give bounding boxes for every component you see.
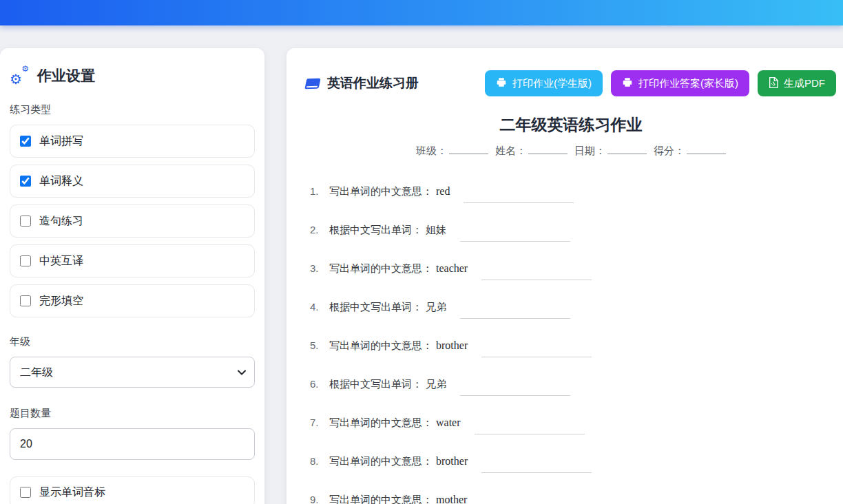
grade-select-wrap: 二年级	[10, 357, 255, 388]
pdf-file-icon	[769, 77, 778, 90]
answer-blank-line	[460, 305, 570, 319]
question-row: 1.写出单词的中文意思：red	[310, 184, 836, 199]
question-number: 3.	[310, 261, 329, 276]
info-field: 日期：	[574, 145, 647, 156]
worksheet-info-row: 班级：姓名：日期：得分：	[306, 145, 836, 158]
question-answer-word: brother	[436, 339, 468, 351]
question-answer-word: 姐妹	[426, 224, 446, 235]
question-row: 4.根据中文写出单词：兄弟	[310, 300, 836, 315]
question-count-input[interactable]	[10, 428, 255, 460]
info-field-label: 得分：	[654, 145, 685, 156]
generate-pdf-button[interactable]: 生成PDF	[758, 70, 836, 96]
book-icon	[304, 78, 320, 89]
question-row: 9.写出单词的中文意思：mother	[310, 492, 836, 504]
practice-type-label: 练习类型	[10, 103, 255, 116]
info-field-label: 班级：	[416, 145, 447, 156]
info-field-blank	[687, 145, 726, 154]
question-prompt: 根据中文写出单词：	[329, 378, 422, 390]
answer-blank-line	[481, 459, 592, 473]
question-answer-word: red	[436, 185, 450, 197]
workbook-title: 英语作业练习册	[306, 74, 419, 92]
question-prompt: 写出单词的中文意思：	[329, 455, 433, 467]
practice-type-cn-en-translation[interactable]: 中英互译	[10, 244, 255, 277]
printer-icon	[496, 77, 507, 90]
checkbox-label: 完形填空	[39, 294, 83, 308]
question-prompt: 写出单词的中文意思：	[329, 185, 433, 197]
show-phonetic-checkbox[interactable]	[20, 487, 31, 498]
answer-blank-line	[481, 266, 592, 280]
question-number: 5.	[310, 338, 329, 353]
info-field: 姓名：	[495, 145, 568, 156]
settings-panel-title: ⚙⚙ 作业设置	[10, 66, 255, 85]
checkbox-label: 中英互译	[39, 254, 83, 269]
print-student-version-button[interactable]: 打印作业(学生版)	[485, 70, 603, 96]
page-content: ⚙⚙ 作业设置 练习类型 单词拼写 单词释义 造句练习 中英互译 完形填空 年级	[0, 25, 843, 504]
cloze-checkbox[interactable]	[20, 295, 31, 306]
worksheet-panel: 英语作业练习册 打印作业(学生版) 打印作业答案(家长版)	[287, 48, 843, 504]
question-answer-word: teacher	[436, 262, 468, 274]
practice-type-sentence-making[interactable]: 造句练习	[10, 204, 255, 238]
sentence-making-checkbox[interactable]	[20, 216, 31, 227]
practice-type-cloze[interactable]: 完形填空	[10, 284, 255, 317]
practice-type-word-meaning[interactable]: 单词释义	[10, 165, 255, 198]
checkbox-label: 造句练习	[39, 214, 83, 229]
checkbox-label: 单词拼写	[39, 134, 83, 149]
answer-blank-line	[460, 382, 570, 396]
cn-en-translation-checkbox[interactable]	[20, 255, 31, 266]
answer-blank-line	[481, 498, 591, 504]
top-header-bar	[0, 0, 843, 25]
info-field-blank	[607, 145, 647, 154]
question-answer-word: mother	[436, 494, 467, 504]
answer-blank-line	[460, 228, 570, 242]
answer-blank-line	[464, 189, 574, 203]
question-row: 7.写出单词的中文意思：water	[310, 415, 836, 430]
question-prompt: 写出单词的中文意思：	[329, 494, 433, 504]
answer-blank-line	[475, 421, 585, 434]
question-prompt: 根据中文写出单词：	[329, 301, 422, 313]
question-list: 1.写出单词的中文意思：red2.根据中文写出单词：姐妹3.写出单词的中文意思：…	[306, 184, 836, 504]
question-prompt: 写出单词的中文意思：	[329, 262, 433, 274]
worksheet-panel-header: 英语作业练习册 打印作业(学生版) 打印作业答案(家长版)	[306, 70, 836, 96]
question-row: 3.写出单词的中文意思：teacher	[310, 261, 836, 276]
button-label: 打印作业答案(家长版)	[638, 77, 738, 90]
info-field-label: 日期：	[574, 145, 605, 156]
info-field-blank	[528, 145, 568, 154]
question-number: 6.	[310, 377, 329, 392]
action-buttons: 打印作业(学生版) 打印作业答案(家长版) 生成PDF	[485, 70, 836, 96]
question-answer-word: water	[436, 417, 461, 428]
question-number: 8.	[310, 454, 329, 469]
question-number: 2.	[310, 222, 329, 238]
info-field-label: 姓名：	[495, 145, 526, 156]
answer-blank-line	[481, 344, 592, 357]
question-number: 9.	[310, 492, 329, 504]
question-number: 1.	[310, 184, 329, 199]
grade-select[interactable]: 二年级	[10, 357, 255, 388]
word-meaning-checkbox[interactable]	[20, 176, 31, 187]
question-row: 5.写出单词的中文意思：brother	[310, 338, 836, 353]
question-answer-word: 兄弟	[426, 378, 446, 390]
button-label: 生成PDF	[784, 77, 825, 90]
grade-label: 年级	[10, 335, 255, 348]
settings-panel: ⚙⚙ 作业设置 练习类型 单词拼写 单词释义 造句练习 中英互译 完形填空 年级	[0, 48, 264, 504]
question-row: 2.根据中文写出单词：姐妹	[310, 222, 836, 238]
printer-icon	[622, 77, 633, 90]
question-prompt: 写出单词的中文意思：	[329, 339, 433, 351]
worksheet-title: 二年级英语练习作业	[306, 114, 836, 136]
show-phonetic-toggle[interactable]: 显示单词音标	[10, 476, 255, 504]
question-number: 7.	[310, 415, 329, 430]
question-number: 4.	[310, 300, 329, 315]
settings-title-text: 作业设置	[37, 66, 95, 85]
checkbox-label: 显示单词音标	[39, 485, 105, 500]
question-row: 8.写出单词的中文意思：brother	[310, 454, 836, 469]
info-field-blank	[449, 145, 488, 154]
word-spelling-checkbox[interactable]	[20, 136, 31, 147]
button-label: 打印作业(学生版)	[512, 77, 592, 90]
print-answers-parent-version-button[interactable]: 打印作业答案(家长版)	[611, 70, 749, 96]
practice-type-word-spelling[interactable]: 单词拼写	[10, 125, 255, 158]
question-prompt: 写出单词的中文意思：	[329, 417, 433, 428]
info-field: 得分：	[654, 145, 726, 156]
gears-icon: ⚙⚙	[10, 67, 29, 85]
checkbox-label: 单词释义	[39, 174, 83, 189]
question-answer-word: brother	[436, 455, 468, 467]
question-count-label: 题目数量	[10, 407, 255, 420]
